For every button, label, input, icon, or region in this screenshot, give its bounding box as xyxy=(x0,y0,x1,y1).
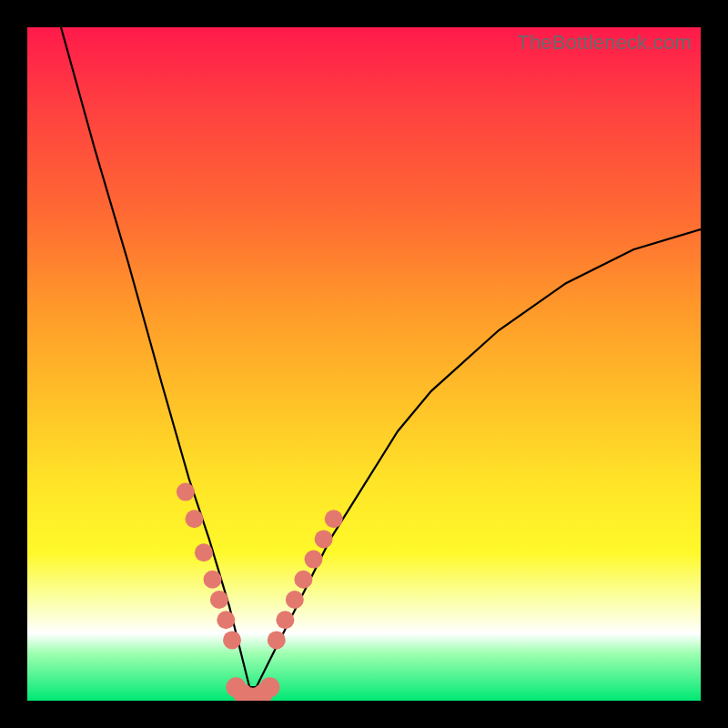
dot xyxy=(253,684,273,701)
dot xyxy=(305,551,323,569)
dot xyxy=(233,684,253,701)
chart-stage: TheBottleneck.com xyxy=(0,0,728,728)
dot xyxy=(177,483,195,501)
dot xyxy=(186,510,204,528)
dot xyxy=(315,530,333,548)
plot-area: TheBottleneck.com xyxy=(27,27,701,701)
v-curve xyxy=(61,27,701,687)
watermark-text: TheBottleneck.com xyxy=(517,31,692,55)
dot xyxy=(210,591,228,609)
dot xyxy=(195,543,213,561)
dot xyxy=(325,510,343,528)
dot xyxy=(217,611,235,629)
dot xyxy=(286,591,304,609)
dot xyxy=(204,571,222,589)
dot xyxy=(223,631,241,649)
dot xyxy=(276,611,294,629)
highlight-dots xyxy=(177,483,343,701)
dot xyxy=(294,571,312,589)
dot xyxy=(247,687,267,701)
dot xyxy=(268,631,286,649)
dot xyxy=(239,687,259,701)
dot xyxy=(226,677,246,697)
chart-overlay-svg xyxy=(27,27,701,701)
dot xyxy=(259,677,279,697)
